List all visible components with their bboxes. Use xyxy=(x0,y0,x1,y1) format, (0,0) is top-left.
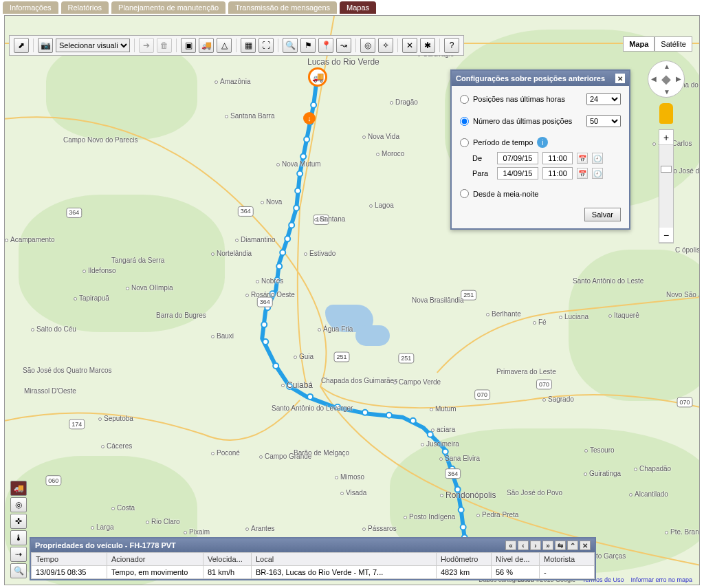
col-motorista[interactable]: Motorista xyxy=(540,553,595,566)
col-local[interactable]: Local xyxy=(252,553,437,566)
city-label: Dragão xyxy=(390,98,418,106)
geofence-icon[interactable]: ◎ xyxy=(360,38,375,53)
svg-text:251: 251 xyxy=(337,353,347,360)
city-label: Primavera do Leste xyxy=(496,368,556,375)
map-type-mapa[interactable]: Mapa xyxy=(623,36,654,52)
svg-point-17 xyxy=(273,363,278,369)
grid-icon[interactable]: ▦ xyxy=(241,38,256,53)
col-velocidade[interactable]: Velocida... xyxy=(204,553,252,566)
report-error-link[interactable]: Informar erro no mapa xyxy=(630,576,692,583)
help-icon[interactable]: ? xyxy=(444,38,459,53)
city-label: Guia xyxy=(294,353,314,360)
de-date-input[interactable] xyxy=(497,152,538,164)
city-label: Fé xyxy=(533,318,547,326)
pegman-icon[interactable] xyxy=(659,103,673,124)
para-date-input[interactable] xyxy=(497,167,538,179)
zoom-in-button[interactable]: + xyxy=(659,130,673,145)
close-icon[interactable]: ✕ xyxy=(580,541,591,550)
tab-planejamento[interactable]: Planejamento de manutenção xyxy=(111,1,226,14)
swap-icon[interactable]: ⇆ xyxy=(555,541,566,550)
svg-point-4 xyxy=(300,154,306,160)
info-icon[interactable]: i xyxy=(537,137,548,148)
count-select[interactable]: 50 xyxy=(586,115,621,127)
search-icon[interactable]: 🔍 xyxy=(10,563,27,578)
vehicle-marker[interactable]: 🚚 xyxy=(308,67,327,87)
pan-compass[interactable]: ▲ ▼ ◀ ▶ ◆ xyxy=(648,61,685,98)
city-label: Tangará da Serra xyxy=(111,257,164,264)
positions-settings-panel: Configurações sobre posições anteriores … xyxy=(450,69,630,230)
city-label: Santana Barra xyxy=(225,112,275,120)
para-time-input[interactable] xyxy=(542,167,573,179)
tab-relatorios[interactable]: Relatórios xyxy=(61,1,109,14)
city-label: Costa xyxy=(111,504,135,512)
stop-marker[interactable]: ↓ xyxy=(303,112,316,124)
city-label: Nova xyxy=(261,198,282,206)
tab-informacoes[interactable]: Informações xyxy=(3,1,58,14)
next-icon[interactable]: › xyxy=(530,541,541,550)
camera-icon[interactable]: 📷 xyxy=(38,38,53,53)
clock-icon[interactable]: 🕘 xyxy=(592,168,603,179)
minimize-icon[interactable]: ⌃ xyxy=(567,541,578,550)
pin-icon[interactable]: ✧ xyxy=(378,38,393,53)
opt-last-hours[interactable]: Posições nas últimas horas xyxy=(460,95,565,104)
city-label: Novo São Joaquim xyxy=(666,291,699,298)
opt-midnight[interactable]: Desde à meia-noite xyxy=(460,189,621,198)
hours-select[interactable]: 24 xyxy=(586,93,621,105)
poi-icon[interactable]: 📍 xyxy=(318,38,333,53)
route-icon[interactable]: ↝ xyxy=(336,38,351,53)
svg-point-9 xyxy=(285,236,290,241)
city-label: Ildefonso xyxy=(82,267,116,274)
fleet-icon[interactable]: 🚚 xyxy=(10,481,27,496)
city-label: Santo Antônio do Leverger xyxy=(272,404,353,412)
clock-icon[interactable]: 🕘 xyxy=(592,153,603,164)
visual-select[interactable]: Selecionar visuali xyxy=(56,39,130,52)
zoom-out-button[interactable]: − xyxy=(659,228,673,243)
opt-last-count[interactable]: Número das últimas posições xyxy=(460,117,572,126)
svg-point-23 xyxy=(410,418,416,424)
city-label: Barra do Bugres xyxy=(156,312,206,319)
svg-point-10 xyxy=(280,250,285,255)
city-label: Arantes xyxy=(245,525,274,532)
city-label: Rosário Oeste xyxy=(245,291,295,298)
settings-icon[interactable]: ✱ xyxy=(420,38,435,53)
city-label: Nova Vida xyxy=(362,133,399,140)
col-hodometro[interactable]: Hodômetro xyxy=(437,553,492,566)
bounds-icon[interactable]: ⛶ xyxy=(258,38,274,53)
save-button[interactable]: Salvar xyxy=(584,208,621,221)
data-icon[interactable]: ▣ xyxy=(181,38,196,53)
col-tempo[interactable]: Tempo xyxy=(32,553,107,566)
city-label: Santo Antônio do Leste xyxy=(573,277,644,285)
calendar-icon[interactable]: 📅 xyxy=(577,168,588,179)
opt-period[interactable]: Período de tempo i xyxy=(460,137,621,148)
temperature-icon[interactable]: 🌡 xyxy=(10,530,27,545)
trash-icon[interactable]: 🗑 xyxy=(157,38,172,53)
location-icon[interactable]: ✜ xyxy=(10,514,27,529)
last-icon[interactable]: » xyxy=(542,541,553,550)
prev-icon[interactable]: ‹ xyxy=(518,541,529,550)
zoom-slider[interactable] xyxy=(659,145,673,228)
truck-icon[interactable]: 🚚 xyxy=(199,38,214,53)
city-label: Diamantino xyxy=(235,236,276,243)
tab-mapas[interactable]: Mapas xyxy=(340,1,376,14)
pointer-tool-icon[interactable]: ⬈ xyxy=(14,38,29,53)
target-icon[interactable]: ◎ xyxy=(10,497,27,512)
warning-icon[interactable]: △ xyxy=(217,38,232,53)
de-time-input[interactable] xyxy=(542,152,573,164)
tab-transmissao[interactable]: Transmissão de mensagens xyxy=(228,1,337,14)
col-acionador[interactable]: Acionador xyxy=(107,553,204,566)
first-icon[interactable]: « xyxy=(505,541,516,550)
map-type-satelite[interactable]: Satélite xyxy=(654,36,692,52)
flag-icon[interactable]: ⚑ xyxy=(300,38,316,53)
city-label: Sana Elvira xyxy=(439,455,480,462)
zoom-extent-icon[interactable]: 🔍 xyxy=(283,38,298,53)
city-label: Tapirapuã xyxy=(74,294,109,302)
table-row[interactable]: 13/09/15 08:35 Tempo, em movimento 81 km… xyxy=(32,566,595,579)
forward-icon[interactable]: ➔ xyxy=(139,38,154,53)
col-nivel[interactable]: Nível de... xyxy=(492,553,540,566)
city-label: Pedra Preta xyxy=(476,511,518,519)
link-icon[interactable]: ⇢ xyxy=(10,547,27,562)
pin-icon[interactable]: ✕ xyxy=(615,74,625,83)
svg-point-7 xyxy=(294,205,299,210)
calendar-icon[interactable]: 📅 xyxy=(577,153,588,164)
tools-icon[interactable]: ✕ xyxy=(402,38,417,53)
